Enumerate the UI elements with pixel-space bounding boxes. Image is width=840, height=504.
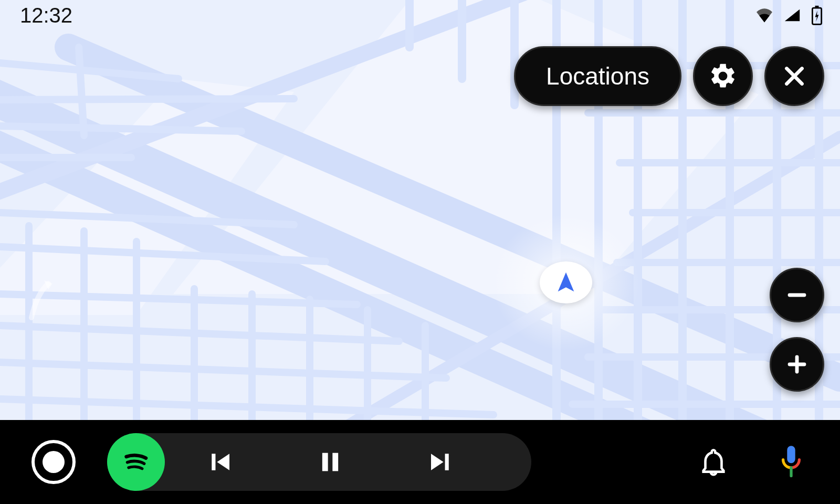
app-root: 12:32 Locations bbox=[0, 0, 840, 504]
svg-rect-49 bbox=[212, 454, 215, 470]
locations-button-label: Locations bbox=[546, 62, 649, 90]
navigation-arrow-icon bbox=[554, 270, 578, 295]
bell-icon bbox=[698, 447, 729, 477]
pause-icon bbox=[317, 448, 344, 476]
skip-previous-icon bbox=[206, 448, 234, 476]
svg-line-41 bbox=[0, 99, 294, 100]
locations-button[interactable]: Locations bbox=[514, 46, 681, 106]
play-pause-button[interactable] bbox=[275, 433, 385, 491]
media-controls bbox=[107, 433, 531, 491]
plus-icon bbox=[784, 352, 810, 377]
minus-icon bbox=[784, 282, 810, 308]
svg-rect-50 bbox=[322, 453, 328, 471]
svg-rect-53 bbox=[787, 446, 795, 463]
bottom-nav-bar bbox=[0, 420, 840, 504]
current-location-puck[interactable] bbox=[540, 261, 592, 303]
launcher-dot-icon bbox=[43, 451, 65, 473]
close-button[interactable] bbox=[764, 46, 824, 106]
map-top-controls: Locations bbox=[514, 46, 824, 106]
svg-rect-51 bbox=[332, 453, 338, 471]
svg-line-29 bbox=[0, 326, 399, 341]
svg-line-43 bbox=[79, 47, 84, 135]
gear-icon bbox=[708, 61, 738, 91]
media-app-button[interactable] bbox=[107, 433, 165, 491]
svg-line-30 bbox=[0, 362, 446, 378]
settings-button[interactable] bbox=[693, 46, 753, 106]
mic-icon bbox=[777, 445, 805, 479]
zoom-out-button[interactable] bbox=[770, 268, 824, 322]
zoom-in-button[interactable] bbox=[770, 337, 824, 392]
spotify-icon bbox=[118, 444, 154, 480]
skip-next-icon bbox=[426, 448, 455, 476]
next-track-button[interactable] bbox=[385, 433, 496, 491]
svg-line-42 bbox=[0, 126, 242, 131]
zoom-controls bbox=[770, 268, 824, 392]
bottom-bar-actions bbox=[696, 445, 808, 479]
svg-line-31 bbox=[0, 399, 494, 415]
svg-rect-52 bbox=[445, 454, 449, 470]
voice-assistant-button[interactable] bbox=[774, 445, 808, 479]
notifications-button[interactable] bbox=[696, 445, 731, 479]
close-icon bbox=[781, 63, 807, 89]
launcher-button[interactable] bbox=[32, 440, 76, 484]
previous-track-button[interactable] bbox=[165, 433, 275, 491]
